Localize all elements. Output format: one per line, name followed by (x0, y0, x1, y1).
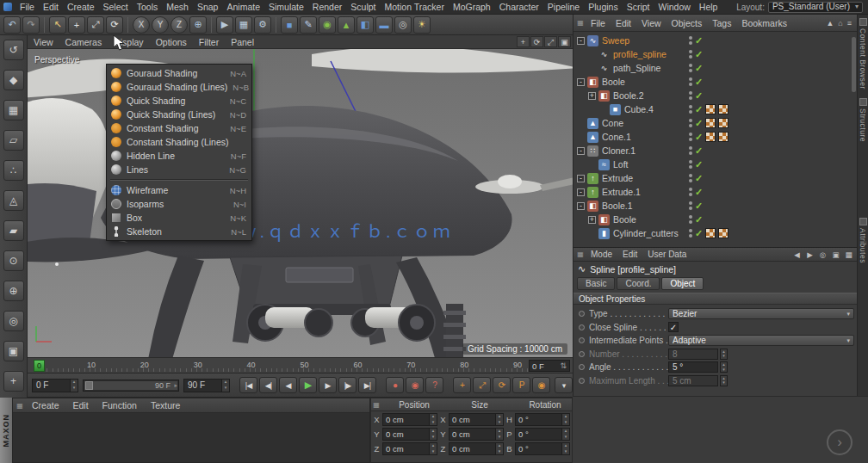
render-visibility-dot[interactable] (689, 207, 692, 210)
lock-icon[interactable]: ▣ (831, 250, 840, 259)
om-menu-file[interactable]: File (586, 18, 611, 28)
render-visibility-dot[interactable] (689, 151, 692, 155)
editor-visibility-dot[interactable] (689, 64, 692, 67)
prev-key-button[interactable]: ◀| (259, 377, 277, 393)
object-row-sweep[interactable]: -∿Sweep✓ (574, 34, 857, 47)
dropdown-type[interactable]: Bezier▾ (668, 308, 854, 319)
visibility-dots[interactable] (689, 201, 692, 210)
editor-visibility-dot[interactable] (689, 229, 692, 232)
menu-window[interactable]: Window (654, 0, 695, 14)
enabled-check-icon[interactable]: ✓ (695, 132, 703, 143)
spinner-buttons[interactable]: ▴▾ (720, 375, 728, 386)
coord-field-size-x[interactable]: 0 cm▴▾ (449, 413, 504, 426)
editor-visibility-dot[interactable] (689, 133, 692, 136)
redo-icon[interactable]: ↷ (22, 16, 40, 34)
render-visibility-dot[interactable] (689, 193, 692, 196)
field-maximum-length[interactable]: 5 cm (668, 375, 718, 386)
menu-file[interactable]: File (16, 0, 39, 14)
keyframe-dot-icon[interactable] (579, 324, 585, 330)
coord-field-rotation-b[interactable]: 0 °▴▾ (515, 442, 570, 455)
menu-snap[interactable]: Snap (193, 0, 223, 14)
key-position-button[interactable]: + (453, 377, 471, 393)
spinner-buttons[interactable]: ▴▾ (720, 349, 728, 360)
field-number[interactable]: 8 (668, 349, 718, 360)
menu-create[interactable]: Create (63, 0, 99, 14)
render-settings-icon[interactable]: ⚙ (254, 16, 271, 34)
visibility-dots[interactable] (689, 77, 692, 86)
pan-view-icon[interactable]: + (517, 36, 530, 47)
prev-frame-button[interactable]: ◀ (279, 377, 297, 393)
spinner-buttons[interactable]: ▴▾ (720, 361, 728, 373)
add-floor-icon[interactable]: ▬ (375, 16, 393, 34)
spinner-down-icon[interactable]: ▾ (562, 435, 569, 441)
uv-mode-icon[interactable]: ⊙ (3, 250, 24, 271)
dock-tab-structure[interactable]: Structure (859, 98, 867, 142)
render-visibility-dot[interactable] (689, 55, 692, 59)
workplane-lock-icon[interactable]: ▣ (3, 341, 24, 361)
enabled-check-icon[interactable]: ✓ (695, 201, 703, 212)
axis-mode-icon[interactable]: ⊕ (3, 281, 24, 301)
texture-tag-icon[interactable] (705, 104, 716, 114)
visibility-dots[interactable] (689, 188, 692, 196)
timeline-ruler[interactable]: 0 0 F ⇅ 102030405060708090 (28, 357, 573, 373)
keyframe-dot-icon[interactable] (579, 311, 585, 317)
visibility-dots[interactable] (689, 91, 692, 100)
spinner-buttons[interactable]: ▴▾ (70, 380, 78, 392)
expand-minus-icon[interactable]: - (577, 78, 585, 86)
enabled-check-icon[interactable]: ✓ (695, 77, 703, 88)
keyframe-dot-icon[interactable] (579, 364, 585, 370)
tab-coord[interactable]: Coord. (617, 277, 660, 290)
viewport-menu-filter[interactable]: Filter (193, 37, 225, 47)
add-modeling-object-icon[interactable]: ◧ (356, 16, 374, 34)
add-generator-icon[interactable]: ▲ (338, 16, 355, 34)
enabled-check-icon[interactable]: ✓ (695, 90, 703, 102)
toggle-panels-icon[interactable]: ▣ (558, 36, 571, 47)
visibility-dots[interactable] (689, 50, 692, 59)
editor-visibility-dot[interactable] (689, 77, 692, 81)
spinner-down-icon[interactable]: ▾ (222, 386, 229, 392)
om-menu-view[interactable]: View (636, 18, 666, 28)
render-visibility-dot[interactable] (689, 96, 692, 100)
key-scale-button[interactable]: ⤢ (473, 377, 491, 393)
autokeying-button[interactable]: ◉ (406, 377, 424, 393)
nav-back-icon[interactable]: ◀ (792, 250, 802, 259)
add-light-icon[interactable]: ☀ (413, 16, 431, 34)
key-point-level-button[interactable]: ◉ (532, 377, 550, 393)
points-mode-icon[interactable]: ∴ (3, 160, 24, 181)
next-frame-button[interactable]: ▶ (319, 377, 337, 393)
rotate-view-icon[interactable]: ⟳ (530, 36, 543, 47)
spinner-down-icon[interactable]: ▾ (71, 386, 78, 392)
menu-animate[interactable]: Animate (222, 0, 264, 14)
viewport-menu-options[interactable]: Options (150, 37, 193, 47)
object-row-cone-1[interactable]: ▲Cone.1✓ (574, 130, 857, 144)
panel-grip-icon[interactable]: ▦ (15, 402, 25, 410)
display-menu-item-quick-shading[interactable]: Quick ShadingN~C (107, 94, 251, 108)
spinner-down-icon[interactable]: ▾ (430, 435, 437, 441)
enabled-check-icon[interactable]: ✓ (695, 104, 703, 115)
object-row-extrude-1[interactable]: -↑Extrude.1✓ (574, 185, 857, 199)
coord-field-rotation-p[interactable]: 0 °▴▾ (515, 428, 570, 441)
editor-visibility-dot[interactable] (689, 160, 692, 164)
layout-selector[interactable]: Layout: PS_Standard (User) ▾ (736, 2, 868, 13)
display-menu-item-isoparms[interactable]: IsoparmsN~I (107, 197, 251, 211)
snap-mode-icon[interactable]: ◎ (3, 311, 24, 331)
render-visibility-dot[interactable] (689, 165, 692, 169)
object-row-cube-4[interactable]: ■Cube.4✓ (574, 102, 857, 116)
display-menu-item-lines[interactable]: LinesN~G (107, 163, 251, 176)
om-menu-tags[interactable]: Tags (707, 18, 736, 28)
add-subdivision-surface-icon[interactable]: ◉ (319, 16, 336, 34)
expand-minus-icon[interactable]: - (577, 175, 585, 182)
rotate-tool-icon[interactable]: ⟳ (106, 16, 123, 34)
editor-visibility-dot[interactable] (689, 105, 692, 108)
coord-field-size-y[interactable]: 0 cm▴▾ (449, 428, 504, 441)
coord-field-size-z[interactable]: 0 cm▴▾ (449, 442, 504, 455)
visibility-dots[interactable] (689, 36, 692, 45)
object-row-boole[interactable]: -◧Boole✓ (574, 75, 857, 89)
spinner-buttons[interactable]: ▴▾ (561, 443, 569, 454)
material-menu-texture[interactable]: Texture (144, 400, 187, 411)
add-spline-icon[interactable]: ✎ (300, 16, 317, 34)
editor-visibility-dot[interactable] (689, 215, 692, 219)
display-menu-item-skeleton[interactable]: SkeletonN~L (107, 225, 251, 238)
render-visibility-dot[interactable] (689, 220, 692, 224)
spinner-down-icon[interactable]: ▾ (496, 435, 503, 441)
